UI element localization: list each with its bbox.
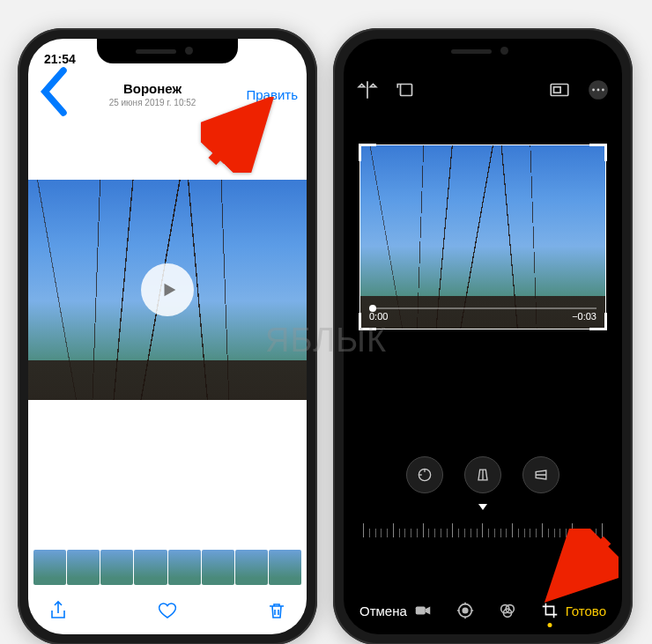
ruler-tick xyxy=(428,529,429,537)
delete-button[interactable] xyxy=(266,599,287,622)
svg-point-9 xyxy=(602,89,604,92)
ruler-tick xyxy=(470,529,471,537)
ruler-tick xyxy=(482,523,483,537)
play-button[interactable] xyxy=(141,263,194,316)
thumbnail[interactable] xyxy=(269,550,301,585)
ruler-tick xyxy=(423,523,424,537)
ruler-tick xyxy=(506,529,507,537)
more-button[interactable] xyxy=(587,78,610,101)
video-tab[interactable] xyxy=(413,601,433,620)
thumbnail[interactable] xyxy=(33,550,66,585)
ruler-tick xyxy=(500,529,501,537)
aspect-icon xyxy=(548,78,571,101)
share-icon xyxy=(48,599,69,622)
thumbnail[interactable] xyxy=(168,550,201,585)
video-content: 0:00 −0:03 xyxy=(360,145,605,329)
time-indicators: 0:00 −0:03 xyxy=(369,311,596,322)
ruler-tick xyxy=(464,529,465,537)
ellipsis-icon xyxy=(587,78,610,101)
ruler-tick xyxy=(393,523,394,537)
thumbnail[interactable] xyxy=(235,550,268,585)
ruler-tick xyxy=(536,529,537,537)
ruler-tick xyxy=(375,529,376,537)
back-button[interactable] xyxy=(37,65,69,123)
adjust-tab[interactable] xyxy=(456,601,475,620)
playback-track[interactable] xyxy=(369,307,596,309)
annotation-arrow-crop xyxy=(543,529,619,604)
adjust-icon xyxy=(456,601,475,620)
editor-top-bar xyxy=(344,72,622,107)
chevron-left-icon xyxy=(37,65,69,118)
ruler-tick xyxy=(434,529,435,537)
svg-rect-5 xyxy=(554,87,561,93)
ruler-tick xyxy=(417,529,418,537)
ruler-tick xyxy=(452,523,453,537)
annotation-arrow-edit xyxy=(201,97,277,173)
ruler-tick xyxy=(488,529,489,537)
share-button[interactable] xyxy=(48,599,69,622)
location-title: Воронеж xyxy=(69,81,236,97)
video-content-ship xyxy=(360,145,605,329)
ruler-tick xyxy=(381,529,382,537)
ruler-tick xyxy=(387,529,388,537)
ruler-tick xyxy=(369,529,370,537)
ruler-tick xyxy=(494,529,495,537)
ruler-tick xyxy=(441,529,441,537)
ruler-tick xyxy=(411,529,411,537)
svg-line-18 xyxy=(559,540,607,588)
svg-rect-3 xyxy=(401,85,412,96)
ruler-tick xyxy=(404,529,405,537)
straighten-button[interactable] xyxy=(406,456,443,493)
crop-handle-br[interactable] xyxy=(589,313,607,330)
favorite-button[interactable] xyxy=(157,599,178,622)
done-button[interactable]: Готово xyxy=(566,603,606,618)
play-icon xyxy=(159,280,179,300)
crop-handle-tl[interactable] xyxy=(359,144,376,161)
thumbnail[interactable] xyxy=(100,550,133,585)
ruler-tick xyxy=(458,529,459,537)
ruler-tick xyxy=(477,529,478,537)
ruler-tick xyxy=(363,523,364,537)
ruler-tick xyxy=(512,523,513,537)
heart-icon xyxy=(157,599,178,622)
ruler-tick xyxy=(518,529,519,537)
ruler-tick xyxy=(399,529,400,537)
adjustment-mode-buttons xyxy=(344,456,622,493)
cancel-button[interactable]: Отмена xyxy=(359,603,407,618)
crop-frame[interactable]: 0:00 −0:03 xyxy=(359,144,606,329)
vertical-perspective-button[interactable] xyxy=(464,456,501,493)
editor-mode-tabs xyxy=(413,601,559,620)
crop-handle-bl[interactable] xyxy=(359,313,376,330)
status-time: 21:54 xyxy=(44,52,76,66)
screenshot-comparison: ЯБЛЫК 21:54 Воронеж 25 июня 2019 г. 10:5 xyxy=(0,18,652,644)
horizontal-perspective-button[interactable] xyxy=(522,456,559,493)
rotate-icon xyxy=(395,78,418,101)
thumbnail[interactable] xyxy=(67,550,100,585)
svg-line-17 xyxy=(212,110,260,161)
thumbnail[interactable] xyxy=(134,550,167,585)
svg-point-7 xyxy=(592,89,595,92)
thumbnail-strip[interactable] xyxy=(33,550,301,585)
ruler-center-marker xyxy=(478,504,487,510)
trash-icon xyxy=(266,599,287,622)
crop-handle-tr[interactable] xyxy=(589,144,607,161)
video-preview[interactable] xyxy=(28,180,307,400)
svg-point-13 xyxy=(463,608,468,613)
device-notch xyxy=(97,39,238,63)
flip-icon xyxy=(356,78,379,101)
ruler-tick xyxy=(530,529,530,537)
svg-point-8 xyxy=(597,89,600,92)
video-icon xyxy=(413,601,433,620)
filters-icon xyxy=(498,601,517,620)
flip-vertical-button[interactable] xyxy=(356,78,379,101)
ruler-tick xyxy=(447,529,448,537)
vertical-perspective-icon xyxy=(474,466,492,484)
device-notch xyxy=(412,39,553,63)
svg-rect-11 xyxy=(416,606,426,614)
ruler-tick xyxy=(524,529,525,537)
filters-tab[interactable] xyxy=(498,601,517,620)
thumbnail[interactable] xyxy=(202,550,234,585)
straighten-icon xyxy=(416,466,433,484)
rotate-button[interactable] xyxy=(395,78,418,101)
aspect-ratio-button[interactable] xyxy=(548,78,571,101)
